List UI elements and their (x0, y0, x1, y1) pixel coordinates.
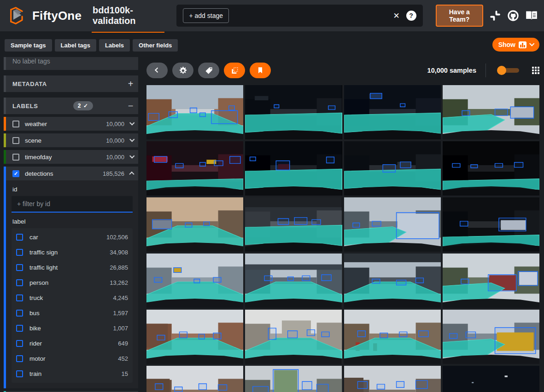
checkbox[interactable] (16, 325, 23, 332)
sample-thumbnail[interactable] (344, 197, 441, 252)
metadata-label: METADATA (12, 81, 47, 87)
tab-sample-tags[interactable]: Sample tags (5, 39, 52, 52)
sample-thumbnail[interactable] (344, 366, 441, 392)
sample-thumbnail[interactable] (146, 197, 243, 252)
field-scene[interactable]: scene10,000 (6, 133, 138, 147)
back-button[interactable] (146, 63, 168, 78)
slack-icon[interactable] (490, 10, 501, 22)
sample-thumbnail[interactable] (146, 85, 243, 139)
samples-panel: 10,000 samples (142, 55, 544, 392)
sample-thumbnail[interactable] (245, 310, 342, 364)
sample-thumbnail[interactable] (245, 197, 342, 252)
class-row-motor[interactable]: motor452 (16, 351, 128, 366)
class-row-bike[interactable]: bike1,007 (16, 321, 128, 336)
sample-thumbnail[interactable] (245, 85, 342, 139)
content-area: No label tags METADATA + LABELS 2 ✓ − we… (0, 55, 544, 392)
class-label: traffic light (29, 264, 58, 271)
field-timeofday[interactable]: timeofday10,000 (6, 150, 138, 164)
sample-thumbnail[interactable] (443, 310, 539, 364)
checkbox[interactable]: ✓ (12, 170, 19, 177)
have-a-team-button[interactable]: Have a Team? (436, 5, 483, 27)
chevron-down-icon (129, 153, 135, 158)
checkbox[interactable] (16, 294, 23, 301)
docs-book-icon[interactable] (526, 10, 538, 22)
sample-thumbnail[interactable] (146, 254, 243, 308)
sample-thumbnail[interactable] (443, 254, 539, 308)
class-row-traffic-light[interactable]: traffic light26,885 (16, 260, 128, 275)
settings-button[interactable] (172, 63, 193, 78)
dataset-name[interactable]: bdd100k-validation (93, 5, 164, 26)
sample-thumbnail[interactable] (443, 197, 539, 252)
add-stage-button[interactable]: + add stage (183, 8, 229, 23)
sample-thumbnail[interactable] (344, 85, 441, 139)
bar-chart-icon (519, 41, 526, 48)
sample-thumbnail[interactable] (443, 141, 539, 196)
view-stage-bar[interactable]: + add stage ✕ ? (176, 5, 422, 27)
checkbox[interactable] (12, 154, 19, 161)
grid-zoom-slider[interactable] (499, 68, 519, 73)
checkbox[interactable] (12, 121, 19, 127)
tab-labels[interactable]: Labels (99, 39, 130, 52)
save-view-button[interactable] (250, 63, 271, 78)
class-row-traffic-sign[interactable]: traffic sign34,908 (16, 245, 128, 260)
sample-thumbnail[interactable] (146, 141, 243, 196)
expand-plus-icon[interactable]: + (128, 79, 134, 89)
grid-size-icon[interactable] (532, 67, 539, 74)
checkbox[interactable] (16, 264, 23, 271)
sample-thumbnail[interactable] (146, 366, 243, 392)
sample-thumbnail[interactable] (245, 141, 342, 196)
sample-thumbnail[interactable] (344, 254, 441, 308)
sample-thumbnail[interactable] (344, 310, 441, 364)
help-icon[interactable]: ? (406, 11, 416, 21)
field-detections[interactable]: ✓detections185,526 (6, 167, 138, 180)
clear-view-icon[interactable]: ✕ (393, 12, 399, 20)
class-row-rider[interactable]: rider649 (16, 336, 128, 351)
field-group-scene: scene10,000 (4, 133, 138, 147)
show-button[interactable]: Show (492, 38, 539, 52)
checkbox[interactable] (16, 340, 23, 347)
field-label: scene (25, 137, 41, 144)
sample-thumbnail[interactable] (443, 366, 539, 392)
patches-button[interactable] (224, 63, 245, 78)
class-row-person[interactable]: person13,262 (16, 275, 128, 290)
chevron-up-icon (129, 172, 134, 177)
fiftyone-logo-icon[interactable] (6, 6, 26, 25)
checkbox[interactable] (16, 310, 23, 317)
class-row-bus[interactable]: bus1,597 (16, 306, 128, 321)
label-field-label: label (12, 218, 133, 225)
tabs-container: Sample tagsLabel tagsLabelsOther fields (5, 39, 178, 52)
class-label: truck (29, 294, 43, 301)
class-row-train[interactable]: train15 (16, 366, 128, 381)
sample-thumbnail[interactable] (146, 310, 243, 364)
tab-other-fields[interactable]: Other fields (133, 39, 178, 52)
metadata-section-header[interactable]: METADATA + (4, 75, 138, 92)
class-row-car[interactable]: car102,506 (16, 230, 128, 245)
show-button-label: Show (498, 41, 515, 48)
collapse-minus-icon[interactable]: − (128, 101, 134, 111)
checkbox[interactable] (16, 355, 23, 362)
checkbox[interactable] (12, 137, 19, 144)
checkbox[interactable] (16, 370, 23, 377)
sample-grid (146, 85, 539, 392)
tag-samples-button[interactable] (198, 63, 219, 78)
sample-thumbnail[interactable] (245, 366, 342, 392)
badge-count: 2 (78, 103, 81, 109)
field-weather[interactable]: weather10,000 (6, 117, 138, 131)
labels-label: LABELS (12, 103, 38, 110)
field-count: 10,000 (106, 154, 124, 161)
slider-knob[interactable] (497, 66, 506, 75)
field-label: detections (25, 170, 53, 177)
filter-by-id-input[interactable] (12, 196, 133, 213)
sample-thumbnail[interactable] (443, 85, 539, 139)
sample-thumbnail[interactable] (245, 254, 342, 308)
class-row-truck[interactable]: truck4,245 (16, 290, 128, 306)
checkbox[interactable] (16, 234, 23, 241)
checkbox[interactable] (16, 279, 23, 286)
class-count: 452 (118, 355, 128, 362)
field-label: weather (25, 121, 47, 127)
github-icon[interactable] (507, 10, 519, 22)
sample-thumbnail[interactable] (344, 141, 441, 196)
labels-section-header[interactable]: LABELS 2 ✓ − (4, 98, 138, 114)
tab-label-tags[interactable]: Label tags (55, 39, 96, 52)
checkbox[interactable] (16, 249, 23, 256)
